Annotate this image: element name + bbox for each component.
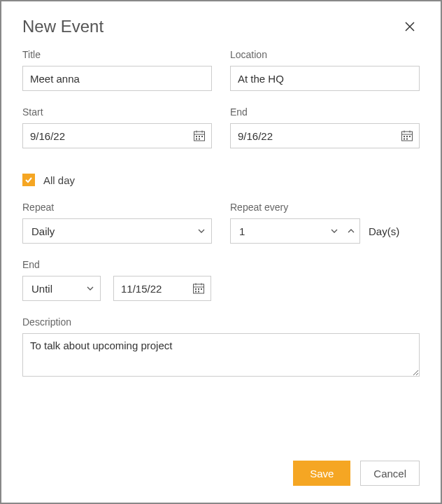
svg-rect-26	[198, 291, 199, 293]
svg-rect-22	[195, 288, 197, 290]
repeat-field: Repeat Daily	[22, 202, 212, 244]
repeat-value: Daily	[31, 225, 55, 237]
chevron-up-icon	[347, 227, 355, 235]
start-date-value: 9/16/22	[30, 130, 65, 142]
allday-field: All day	[22, 174, 420, 186]
svg-rect-7	[196, 139, 197, 140]
description-field: Description	[22, 316, 420, 379]
chevron-down-icon	[86, 284, 94, 293]
svg-rect-8	[199, 139, 200, 140]
chevron-down-icon	[330, 227, 338, 235]
end-mode-select[interactable]: Until	[22, 276, 101, 301]
allday-checkbox[interactable]	[22, 174, 35, 186]
calendar-icon	[193, 130, 206, 142]
svg-rect-13	[404, 136, 405, 137]
description-label: Description	[22, 316, 420, 328]
svg-rect-17	[406, 139, 408, 140]
location-input[interactable]	[230, 66, 420, 91]
title-field: Title	[22, 49, 212, 91]
svg-rect-6	[201, 136, 203, 137]
stepper-decrease[interactable]	[330, 227, 338, 235]
svg-rect-25	[195, 291, 197, 293]
new-event-dialog: New Event Title Location Start 9/16/22	[0, 0, 442, 504]
location-field: Location	[230, 49, 420, 91]
close-button[interactable]	[400, 17, 420, 36]
svg-rect-23	[198, 288, 199, 290]
stepper-increase[interactable]	[347, 227, 355, 235]
allday-label: All day	[43, 174, 75, 186]
end-condition-field: End Until 11/15/22	[22, 259, 420, 301]
end-date-field: End 9/16/22	[230, 106, 420, 148]
svg-rect-16	[404, 139, 405, 140]
repeat-select[interactable]: Daily	[22, 218, 212, 244]
dialog-header: New Event	[22, 17, 420, 36]
end-until-date-input[interactable]: 11/15/22	[113, 276, 211, 301]
start-field: Start 9/16/22	[22, 106, 212, 148]
repeat-every-value: 1	[239, 225, 245, 237]
end-date-value: 9/16/22	[238, 130, 273, 142]
save-button[interactable]: Save	[293, 461, 350, 486]
repeat-every-stepper[interactable]: 1	[230, 218, 360, 244]
calendar-icon	[401, 130, 413, 142]
end-until-date-value: 11/15/22	[121, 283, 162, 295]
title-label: Title	[22, 49, 212, 60]
check-icon	[24, 176, 33, 184]
calendar-icon	[192, 282, 205, 295]
repeat-every-unit: Day(s)	[369, 225, 399, 237]
repeat-label: Repeat	[22, 202, 212, 213]
svg-rect-5	[199, 136, 200, 137]
svg-rect-24	[201, 288, 202, 290]
close-icon	[404, 21, 415, 32]
svg-rect-4	[196, 136, 197, 137]
repeat-every-label: Repeat every	[230, 202, 420, 213]
dialog-footer: Save Cancel	[293, 461, 420, 486]
title-input[interactable]	[22, 66, 212, 91]
start-date-input[interactable]: 9/16/22	[22, 123, 212, 148]
end-date-input[interactable]: 9/16/22	[230, 123, 420, 148]
cancel-button[interactable]: Cancel	[360, 461, 420, 486]
svg-rect-15	[409, 136, 411, 137]
end-condition-label: End	[22, 259, 420, 270]
dialog-title: New Event	[22, 17, 104, 36]
location-label: Location	[230, 49, 420, 60]
chevron-down-icon	[197, 227, 206, 235]
end-mode-value: Until	[31, 283, 52, 295]
repeat-every-field: Repeat every 1	[230, 202, 420, 244]
svg-rect-14	[406, 136, 408, 137]
end-date-label: End	[230, 106, 420, 118]
description-input[interactable]	[22, 333, 420, 377]
start-label: Start	[22, 106, 212, 118]
